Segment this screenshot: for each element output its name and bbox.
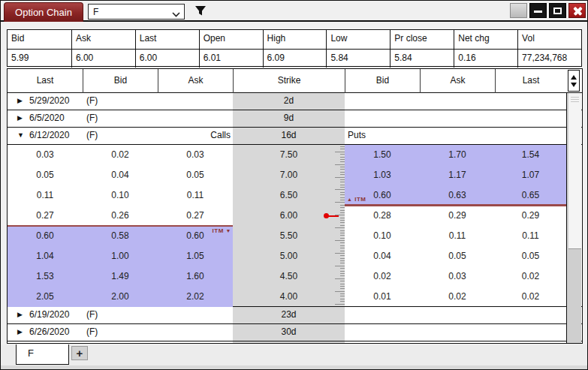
spin-down-icon[interactable]: [571, 83, 577, 87]
expiration-symbol: (F): [86, 128, 98, 143]
spin-up-icon[interactable]: [571, 75, 577, 80]
expiration-row-6-12[interactable]: ▼ 6/12/2020 (F) Calls 16d Puts: [8, 128, 582, 145]
put-ask-cell[interactable]: 1.70: [420, 145, 495, 165]
option-row: 0.05 0.04 0.05 7.00 1.03 1.17 1.07: [8, 165, 582, 185]
call-bid-cell[interactable]: 0.26: [83, 206, 158, 226]
put-ask-cell[interactable]: 0.11: [420, 226, 495, 246]
option-row: 0.27 0.26 0.27 6.00 0.28 0.29 0.29: [8, 206, 582, 226]
call-ask-cell[interactable]: 0.11: [158, 185, 233, 206]
put-bid-cell[interactable]: 1.03: [345, 165, 420, 185]
put-bid-cell[interactable]: 0.01: [345, 287, 420, 307]
column-header-call-bid[interactable]: Bid: [83, 69, 158, 93]
triangle-up-icon: ▲: [347, 197, 352, 202]
call-last-cell[interactable]: 0.11: [8, 185, 83, 206]
quote-value: 6.00: [135, 49, 199, 68]
column-header-put-bid[interactable]: Bid: [345, 69, 420, 93]
quote-header: High: [263, 30, 327, 49]
scrollbar-thumb[interactable]: [568, 93, 582, 249]
put-last-cell[interactable]: 0.29: [495, 206, 566, 226]
put-ask-cell[interactable]: 0.02: [420, 287, 495, 307]
window-title-tab[interactable]: Option Chain: [4, 2, 83, 22]
expand-arrow-icon[interactable]: ▶: [17, 307, 23, 323]
chevron-down-icon: [172, 9, 180, 20]
minimize-icon[interactable]: [529, 3, 547, 18]
put-ask-cell[interactable]: 0.05: [420, 246, 495, 266]
call-ask-cell[interactable]: 0.27: [158, 206, 233, 226]
column-header-strike[interactable]: Strike: [233, 69, 345, 93]
call-ask-cell[interactable]: 0.05: [158, 165, 233, 185]
call-last-cell[interactable]: 0.05: [8, 165, 83, 185]
tab-symbol-f[interactable]: F: [16, 344, 69, 365]
put-last-cell[interactable]: 0.11: [495, 226, 566, 246]
call-last-cell[interactable]: 0.27: [8, 206, 83, 226]
call-ask-cell[interactable]: 0.03: [158, 145, 233, 165]
strike-cell: 7.00: [233, 165, 345, 185]
call-last-cell[interactable]: 2.05: [8, 287, 83, 307]
option-chain-window: Option Chain F Bid Ask Last Open High Lo…: [0, 0, 588, 370]
put-bid-cell[interactable]: 0.02: [345, 266, 420, 287]
put-last-cell[interactable]: 0.02: [495, 266, 566, 287]
call-bid-cell[interactable]: 1.49: [83, 266, 158, 287]
add-tab-button[interactable]: +: [71, 346, 88, 360]
expand-arrow-icon[interactable]: ▶: [17, 110, 23, 126]
put-last-cell[interactable]: 0.65: [495, 185, 566, 206]
strike-cell: 7.50: [233, 145, 345, 165]
call-last-cell[interactable]: 1.53: [8, 266, 83, 287]
expiration-row-6-5[interactable]: ▶ 6/5/2020 (F) 9d: [8, 110, 582, 128]
symbol-dropdown-value: F: [93, 7, 98, 17]
column-header-call-ask[interactable]: Ask: [158, 69, 233, 93]
call-bid-cell[interactable]: 2.00: [83, 287, 158, 307]
quote-value: 77,234,768: [517, 49, 581, 68]
quote-value: 6.01: [199, 49, 263, 68]
call-ask-cell[interactable]: 1.60: [158, 266, 233, 287]
put-last-cell[interactable]: 0.02: [495, 287, 566, 307]
call-last-cell[interactable]: 0.60: [8, 226, 83, 246]
put-ask-cell[interactable]: 0.29: [420, 206, 495, 226]
call-last-cell[interactable]: 1.04: [8, 246, 83, 266]
put-last-cell[interactable]: 1.07: [495, 165, 566, 185]
quote-value: 0.16: [454, 49, 517, 68]
quote-value: 5.99: [8, 49, 71, 68]
expand-arrow-icon[interactable]: ▶: [17, 93, 23, 109]
quote-strip: Bid Ask Last Open High Low Pr close Net …: [7, 29, 582, 67]
put-last-cell[interactable]: 1.54: [495, 145, 566, 165]
strike-cell: 6.00: [233, 206, 345, 226]
option-row: 0.11 0.10 0.11 6.50 0.60 0.63 0.65: [8, 185, 582, 206]
strike-cell: 4.50: [233, 266, 345, 287]
call-ask-cell[interactable]: 1.05: [158, 246, 233, 266]
vertical-scrollbar[interactable]: [566, 93, 581, 343]
call-bid-cell[interactable]: 0.02: [83, 145, 158, 165]
column-header-put-ask[interactable]: Ask: [420, 69, 495, 93]
blank-button[interactable]: [510, 3, 527, 18]
collapse-arrow-icon[interactable]: ▼: [17, 128, 24, 143]
close-icon[interactable]: [568, 3, 586, 18]
call-last-cell[interactable]: 0.03: [8, 145, 83, 165]
option-row: 2.05 2.00 2.02 4.00 0.01 0.02 0.02: [8, 287, 582, 307]
put-ask-cell[interactable]: 0.63: [420, 185, 495, 206]
put-bid-cell[interactable]: 0.10: [345, 226, 420, 246]
column-header-call-last[interactable]: Last: [8, 69, 83, 93]
expiration-date: 6/5/2020: [29, 110, 65, 126]
maximize-icon[interactable]: [549, 3, 566, 18]
call-bid-cell[interactable]: 0.10: [83, 185, 158, 206]
expand-arrow-icon[interactable]: ▶: [17, 324, 23, 340]
put-bid-cell[interactable]: 0.04: [345, 246, 420, 266]
column-header-put-last[interactable]: Last: [495, 69, 566, 93]
call-itm-boundary-line: [8, 225, 233, 227]
put-last-cell[interactable]: 0.05: [495, 246, 566, 266]
expiration-row-6-19[interactable]: ▶ 6/19/2020 (F) 23d: [8, 307, 582, 324]
call-bid-cell[interactable]: 1.00: [83, 246, 158, 266]
put-ask-cell[interactable]: 0.03: [420, 266, 495, 287]
quote-header: Last: [135, 30, 199, 49]
put-ask-cell[interactable]: 1.17: [420, 165, 495, 185]
put-bid-cell[interactable]: 1.50: [345, 145, 420, 165]
call-ask-cell[interactable]: 2.02: [158, 287, 233, 307]
funnel-icon[interactable]: [194, 5, 207, 20]
symbol-dropdown[interactable]: F: [88, 4, 185, 20]
strike-cell: 6.50: [233, 185, 345, 206]
expiration-row-5-29[interactable]: ▶ 5/29/2020 (F) 2d: [8, 93, 582, 110]
call-bid-cell[interactable]: 0.58: [83, 226, 158, 246]
put-bid-cell[interactable]: 0.28: [345, 206, 420, 226]
call-bid-cell[interactable]: 0.04: [83, 165, 158, 185]
expiration-row-6-26[interactable]: ▶ 6/26/2020 (F) 30d: [8, 324, 582, 341]
